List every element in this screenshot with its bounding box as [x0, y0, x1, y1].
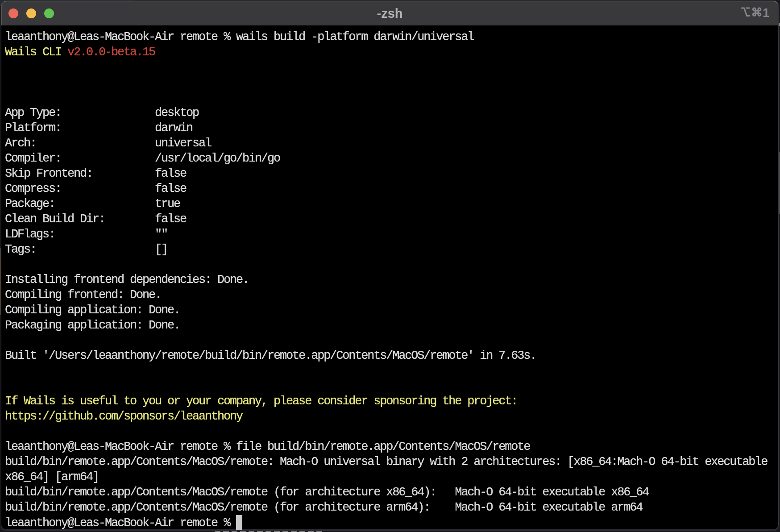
svg-text:1: 1 [763, 6, 769, 19]
